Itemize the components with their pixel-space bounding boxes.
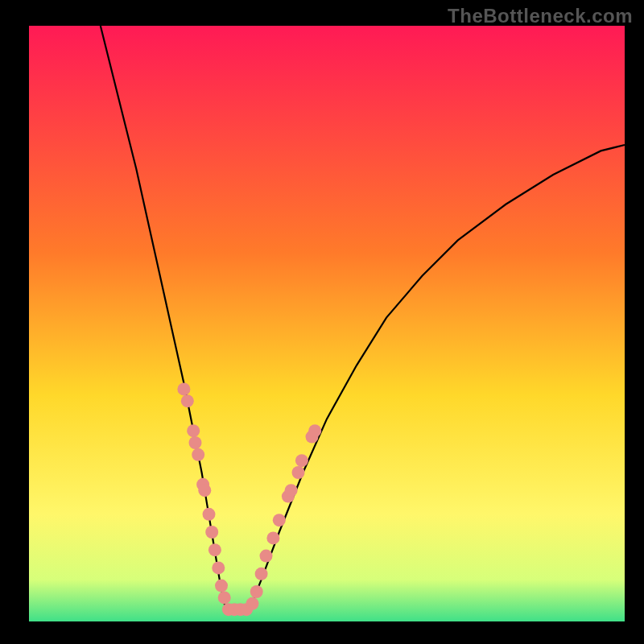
data-dot	[187, 424, 200, 437]
data-dot	[250, 585, 263, 598]
plot-background	[29, 26, 625, 621]
data-dot	[273, 514, 286, 526]
data-dot	[181, 394, 194, 407]
data-dot	[215, 580, 228, 592]
data-dot	[203, 508, 216, 521]
data-dot	[205, 526, 218, 539]
data-dot	[295, 454, 308, 467]
data-dot	[285, 484, 298, 497]
data-dot	[266, 531, 279, 544]
data-dot	[212, 561, 225, 574]
bottleneck-chart	[0, 0, 644, 644]
data-dot	[189, 436, 202, 449]
data-dot	[177, 382, 190, 395]
data-dot	[292, 466, 305, 479]
data-dot	[208, 543, 221, 556]
data-dot	[255, 568, 268, 580]
watermark-text: TheBottleneck.com	[448, 5, 633, 27]
data-dot	[260, 550, 273, 563]
data-dot	[308, 424, 321, 437]
data-dot	[246, 597, 259, 610]
data-dot	[198, 484, 211, 497]
data-dot	[218, 591, 231, 604]
chart-frame: TheBottleneck.com	[0, 0, 644, 644]
data-dot	[192, 448, 204, 461]
